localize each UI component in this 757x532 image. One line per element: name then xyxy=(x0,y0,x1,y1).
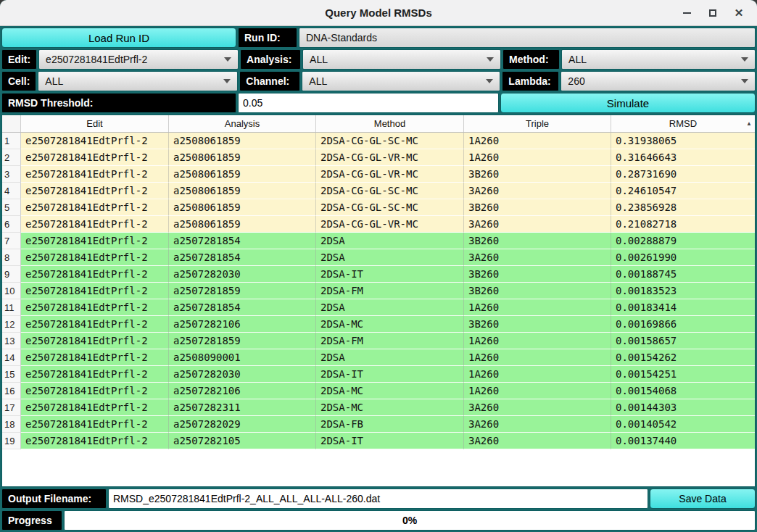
cell-analysis: a2508061859 xyxy=(169,199,316,216)
table-row[interactable]: 18e2507281841EdtPrfl-2a25072820292DSA-FB… xyxy=(2,416,755,433)
table-row[interactable]: 6e2507281841EdtPrfl-2a25080618592DSA-CG-… xyxy=(2,216,755,233)
row-number: 14 xyxy=(2,349,21,366)
cell-analysis: a2507281859 xyxy=(169,333,316,349)
column-header-analysis[interactable]: Analysis xyxy=(169,115,316,132)
table-row[interactable]: 12e2507281841EdtPrfl-2a25072821062DSA-MC… xyxy=(2,316,755,333)
cell-edit: e2507281841EdtPrfl-2 xyxy=(21,433,169,449)
table-header: Edit Analysis Method Triple RMSD▲ xyxy=(2,115,755,133)
output-filename-label: Output Filename: xyxy=(1,489,107,509)
cell-method: 2DSA-IT xyxy=(316,366,464,383)
cell-analysis: a2507282030 xyxy=(169,366,316,383)
maximize-button[interactable] xyxy=(705,5,721,21)
close-button[interactable]: ✕ xyxy=(731,5,747,21)
cell-label: Cell: xyxy=(1,71,36,91)
cell-method: 2DSA xyxy=(316,299,464,316)
table-row[interactable]: 5e2507281841EdtPrfl-2a25080618592DSA-CG-… xyxy=(2,199,755,216)
analysis-label: Analysis: xyxy=(240,49,301,70)
row-number: 7 xyxy=(2,233,21,249)
channel-dropdown[interactable]: ALL xyxy=(302,71,500,91)
chevron-down-icon xyxy=(487,57,494,62)
cell-triple: 3A260 xyxy=(464,216,611,233)
column-header-rmsd[interactable]: RMSD▲ xyxy=(611,115,755,132)
output-filename-input[interactable]: RMSD_e2507281841EdtPrfl-2_ALL_ALL_ALL-AL… xyxy=(108,489,648,509)
maximize-icon xyxy=(709,9,716,17)
cell-triple: 3A260 xyxy=(464,399,611,416)
analysis-dropdown[interactable]: ALL xyxy=(302,49,501,70)
table-row[interactable]: 10e2507281841EdtPrfl-2a25072818592DSA-FM… xyxy=(2,283,755,299)
cell-edit: e2507281841EdtPrfl-2 xyxy=(21,166,169,183)
table-row[interactable]: 7e2507281841EdtPrfl-2a25072818542DSA3B26… xyxy=(2,233,755,249)
edit-dropdown[interactable]: e2507281841EdtPrfl-2 xyxy=(38,49,239,70)
column-header-method[interactable]: Method xyxy=(316,115,464,132)
cell-analysis: a2508061859 xyxy=(169,133,316,149)
row-number: 15 xyxy=(2,366,21,383)
channel-label: Channel: xyxy=(239,71,300,91)
cell-rmsd: 0.00169866 xyxy=(611,316,755,333)
table-row[interactable]: 13e2507281841EdtPrfl-2a25072818592DSA-FM… xyxy=(2,333,755,349)
table-row[interactable]: 15e2507281841EdtPrfl-2a25072820302DSA-IT… xyxy=(2,366,755,383)
table-row[interactable]: 14e2507281841EdtPrfl-2a25080900012DSA1A2… xyxy=(2,349,755,366)
row-number: 19 xyxy=(2,433,21,449)
cell-rmsd: 0.00183414 xyxy=(611,299,755,316)
analysis-dropdown-value: ALL xyxy=(310,54,328,65)
cell-triple: 3A260 xyxy=(464,249,611,266)
rmsd-threshold-label: RMSD Threshold: xyxy=(1,93,236,113)
cell-rmsd: 0.24610547 xyxy=(611,183,755,199)
cell-analysis: a2507281854 xyxy=(169,233,316,249)
cell-rmsd: 0.00288879 xyxy=(611,233,755,249)
cell-rmsd: 0.00154068 xyxy=(611,383,755,399)
cell-edit: e2507281841EdtPrfl-2 xyxy=(21,349,169,366)
chevron-down-icon xyxy=(486,79,493,83)
simulate-button[interactable]: Simulate xyxy=(500,93,756,113)
row-number: 10 xyxy=(2,283,21,299)
lambda-dropdown[interactable]: 260 xyxy=(560,71,756,91)
table-row[interactable]: 19e2507281841EdtPrfl-2a25072821052DSA-IT… xyxy=(2,433,755,449)
cell-triple: 1A260 xyxy=(464,366,611,383)
cell-method: 2DSA-MC xyxy=(316,383,464,399)
row-number: 4 xyxy=(2,183,21,199)
row-number: 1 xyxy=(2,133,21,149)
cell-analysis: a2507282311 xyxy=(169,399,316,416)
row-number: 13 xyxy=(2,333,21,349)
table-row[interactable]: 17e2507281841EdtPrfl-2a25072823112DSA-MC… xyxy=(2,399,755,416)
cell-rmsd: 0.21082718 xyxy=(611,216,755,233)
table-row[interactable]: 11e2507281841EdtPrfl-2a25072818542DSA1A2… xyxy=(2,299,755,316)
cell-rmsd: 0.00144303 xyxy=(611,399,755,416)
column-header-edit[interactable]: Edit xyxy=(21,115,169,132)
minimize-button[interactable] xyxy=(679,5,695,21)
table-row[interactable]: 1e2507281841EdtPrfl-2a25080618592DSA-CG-… xyxy=(2,133,755,149)
lambda-dropdown-value: 260 xyxy=(568,75,584,87)
cell-dropdown[interactable]: ALL xyxy=(38,71,238,91)
run-id-field: DNA-Standards xyxy=(299,28,756,48)
cell-triple: 1A260 xyxy=(464,133,611,149)
column-header-triple[interactable]: Triple xyxy=(464,115,611,132)
chevron-down-icon xyxy=(741,79,748,83)
table-body: 1e2507281841EdtPrfl-2a25080618592DSA-CG-… xyxy=(2,133,755,486)
results-table: Edit Analysis Method Triple RMSD▲ 1e2507… xyxy=(1,115,756,487)
channel-dropdown-value: ALL xyxy=(309,75,327,87)
row-number: 16 xyxy=(2,383,21,399)
cell-analysis: a2507281854 xyxy=(169,249,316,266)
cell-edit: e2507281841EdtPrfl-2 xyxy=(21,183,169,199)
lambda-label: Lambda: xyxy=(502,71,559,91)
cell-triple: 3A260 xyxy=(464,416,611,433)
row-number: 2 xyxy=(2,149,21,166)
rmsd-threshold-input[interactable]: 0.05 xyxy=(238,93,499,113)
table-row[interactable]: 16e2507281841EdtPrfl-2a25072821062DSA-MC… xyxy=(2,383,755,399)
cell-triple: 3B260 xyxy=(464,166,611,183)
table-row[interactable]: 2e2507281841EdtPrfl-2a25080618592DSA-CG-… xyxy=(2,149,755,166)
cell-edit: e2507281841EdtPrfl-2 xyxy=(21,416,169,433)
cell-method: 2DSA-CG-GL-SC-MC xyxy=(316,133,464,149)
close-icon: ✕ xyxy=(735,7,744,18)
table-row[interactable]: 4e2507281841EdtPrfl-2a25080618592DSA-CG-… xyxy=(2,183,755,199)
table-row[interactable]: 9e2507281841EdtPrfl-2a25072820302DSA-IT3… xyxy=(2,266,755,283)
cell-triple: 3B260 xyxy=(464,233,611,249)
window-title: Query Model RMSDs xyxy=(0,7,757,19)
save-data-button[interactable]: Save Data xyxy=(650,489,756,509)
table-row[interactable]: 8e2507281841EdtPrfl-2a25072818542DSA3A26… xyxy=(2,249,755,266)
table-row[interactable]: 3e2507281841EdtPrfl-2a25080618592DSA-CG-… xyxy=(2,166,755,183)
cell-edit: e2507281841EdtPrfl-2 xyxy=(21,266,169,283)
load-run-id-button[interactable]: Load Run ID xyxy=(1,28,236,48)
method-dropdown[interactable]: ALL xyxy=(561,49,756,70)
cell-rmsd: 0.23856928 xyxy=(611,199,755,216)
